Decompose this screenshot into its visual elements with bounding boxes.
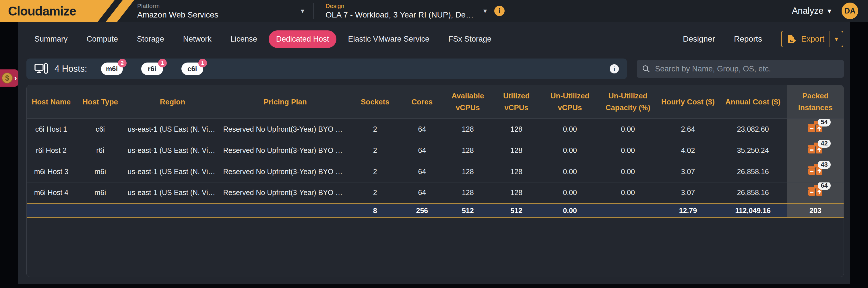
cell-region: us-east-1 (US East (N. Virginia)) — [125, 182, 220, 203]
logo[interactable]: Cloudamize — [0, 0, 129, 22]
cell-hourly-cost: 3.07 — [657, 161, 718, 182]
avatar[interactable]: DA — [842, 3, 858, 19]
analyze-menu[interactable]: Analyze ▾ — [792, 6, 831, 16]
table-row[interactable]: r6i Host 2r6ius-east-1 (US East (N. Virg… — [27, 140, 844, 161]
filter-row: 4 Hosts: m6i2r6i1c6i1 i — [26, 59, 844, 79]
cell-host-name: r6i Host 2 — [27, 140, 76, 161]
column-header-cores[interactable]: Cores — [400, 85, 444, 119]
chip-label: c6i — [187, 65, 197, 73]
cost-panel-toggle[interactable]: $ › — [0, 69, 19, 87]
hosts-monitor-icon — [34, 63, 48, 75]
packed-instances-icon[interactable]: 43 — [807, 163, 824, 178]
tab-elastic-vmware-service[interactable]: Elastic VMware Service — [340, 30, 437, 48]
tab-compute[interactable]: Compute — [79, 30, 126, 48]
column-header-un-utilized-vcpus[interactable]: Un-Utilized vCPUs — [541, 85, 598, 119]
total-pricing-plan — [220, 203, 350, 218]
chip-count-badge: 1 — [198, 59, 207, 67]
chip-label: m6i — [106, 65, 118, 73]
hosts-info-icon[interactable]: i — [610, 64, 619, 73]
cell-annual-cost: 26,858.16 — [718, 182, 787, 203]
cell-utilized-vcpus: 128 — [491, 182, 541, 203]
table-row[interactable]: c6i Host 1c6ius-east-1 (US East (N. Virg… — [27, 119, 844, 140]
column-header-sockets[interactable]: Sockets — [350, 85, 400, 119]
column-header-available-vcpus[interactable]: Available vCPUs — [444, 85, 491, 119]
analyze-caret-icon: ▾ — [828, 7, 831, 15]
column-header-pricing-plan[interactable]: Pricing Plan — [220, 85, 350, 119]
cell-unutilized-vcpus: 0.00 — [541, 182, 598, 203]
column-header-utilized-vcpus[interactable]: Utilized vCPUs — [491, 85, 541, 119]
cell-utilized-vcpus: 128 — [491, 119, 541, 140]
cell-hourly-cost: 2.64 — [657, 119, 718, 140]
search-box[interactable] — [637, 60, 844, 78]
cell-sockets: 2 — [350, 140, 400, 161]
host-type-chip-r6i[interactable]: r6i1 — [141, 63, 163, 75]
cell-unutilized-capacity: 0.00 — [598, 182, 657, 203]
tab-dedicated-host[interactable]: Dedicated Host — [269, 30, 337, 48]
packed-count-badge: 54 — [818, 119, 830, 127]
column-header-hourly-cost-[interactable]: Hourly Cost ($) — [657, 85, 718, 119]
export-label: Export — [801, 34, 825, 43]
table-row[interactable]: m6i Host 4m6ius-east-1 (US East (N. Virg… — [27, 182, 844, 203]
hosts-bar: 4 Hosts: m6i2r6i1c6i1 i — [26, 59, 627, 79]
tab-license[interactable]: License — [223, 30, 265, 48]
search-icon — [642, 65, 650, 73]
column-header-packed-instances[interactable]: Packed Instances — [787, 85, 844, 119]
chip-count-badge: 2 — [118, 59, 127, 67]
total-utilized-vcpus: 512 — [491, 203, 541, 218]
cell-annual-cost: 26,858.16 — [718, 161, 787, 182]
packed-instances-icon[interactable]: 64 — [807, 184, 824, 199]
cell-hourly-cost: 3.07 — [657, 182, 718, 203]
packed-instances-icon[interactable]: 54 — [807, 121, 824, 136]
header-divider — [313, 3, 314, 19]
toolbar-right: Designer Reports Export ▾ — [670, 30, 843, 49]
tab-bar: SummaryComputeStorageNetworkLicenseDedic… — [27, 30, 499, 48]
design-info-icon[interactable]: i — [494, 6, 505, 16]
top-bar: Cloudamize Platform Amazon Web Services … — [0, 0, 868, 22]
host-type-chip-m6i[interactable]: m6i2 — [101, 63, 123, 75]
platform-label: Platform — [137, 3, 298, 9]
design-label: Design — [326, 3, 480, 9]
design-selector[interactable]: Design OLA 7 - Workload, 3 Year RI (NUP)… — [326, 3, 480, 20]
total-hourly-cost: 12.79 — [657, 203, 718, 218]
cell-annual-cost: 35,250.24 — [718, 140, 787, 161]
cell-packed-instances: 43 — [787, 161, 844, 182]
reports-link[interactable]: Reports — [734, 34, 762, 43]
cell-pricing-plan: Reserved No Upfront(3-Year) BYO MSFT... — [220, 161, 350, 182]
logo-text: Cloudamize — [8, 4, 76, 19]
column-header-host-type[interactable]: Host Type — [76, 85, 125, 119]
cell-host-type: c6i — [76, 119, 125, 140]
packed-instances-icon[interactable]: 42 — [807, 142, 824, 157]
host-type-chips: m6i2r6i1c6i1 — [101, 63, 222, 75]
cell-pricing-plan: Reserved No Upfront(3-Year) BYO MSFT... — [220, 119, 350, 140]
designer-link[interactable]: Designer — [683, 34, 715, 43]
cell-host-type: m6i — [76, 161, 125, 182]
column-header-host-name[interactable]: Host Name — [27, 85, 76, 119]
table-row[interactable]: m6i Host 3m6ius-east-1 (US East (N. Virg… — [27, 161, 844, 182]
hosts-count-label: 4 Hosts: — [55, 64, 87, 74]
host-type-chip-c6i[interactable]: c6i1 — [181, 63, 203, 75]
export-button[interactable]: Export ▾ — [781, 31, 843, 47]
export-caret-icon[interactable]: ▾ — [830, 35, 843, 43]
tab-fsx-storage[interactable]: FSx Storage — [441, 30, 499, 48]
tab-network[interactable]: Network — [176, 30, 219, 48]
platform-caret-icon[interactable]: ▾ — [301, 7, 304, 15]
cell-host-type: m6i — [76, 182, 125, 203]
cell-packed-instances: 54 — [787, 119, 844, 140]
column-header-annual-cost-[interactable]: Annual Cost ($) — [718, 85, 787, 119]
design-caret-icon[interactable]: ▾ — [484, 7, 487, 15]
tab-storage[interactable]: Storage — [129, 30, 172, 48]
column-header-region[interactable]: Region — [125, 85, 220, 119]
cell-cores: 64 — [400, 161, 444, 182]
cell-available-vcpus: 128 — [444, 140, 491, 161]
cell-region: us-east-1 (US East (N. Virginia)) — [125, 119, 220, 140]
total-region — [125, 203, 220, 218]
total-unutilized-capacity — [598, 203, 657, 218]
column-header-un-utilized-capacity-[interactable]: Un-Utilized Capacity (%) — [598, 85, 657, 119]
cell-sockets: 2 — [350, 182, 400, 203]
main-panel: SummaryComputeStorageNetworkLicenseDedic… — [18, 22, 850, 284]
platform-selector[interactable]: Platform Amazon Web Services — [137, 3, 298, 20]
total-host-name — [27, 203, 76, 218]
cell-annual-cost: 23,082.60 — [718, 119, 787, 140]
search-input[interactable] — [655, 65, 839, 73]
tab-summary[interactable]: Summary — [27, 30, 75, 48]
